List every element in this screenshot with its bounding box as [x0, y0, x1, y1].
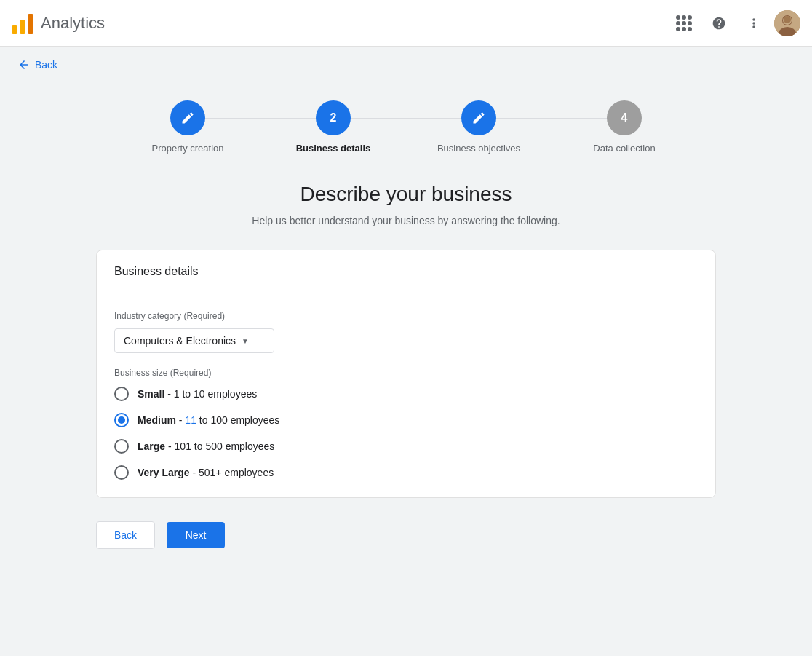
industry-category-field: Industry category (Required) Computers &…: [114, 311, 698, 353]
app-header: Analytics: [0, 0, 812, 47]
radio-very-large-name: Very Large: [138, 467, 190, 478]
radio-medium[interactable]: Medium - 11 to 100 employees: [114, 413, 698, 427]
avatar-svg: [774, 10, 800, 36]
page-heading: Describe your business Help us better un…: [96, 183, 716, 226]
radio-medium-blue: 11: [185, 414, 196, 426]
next-button[interactable]: Next: [167, 522, 225, 548]
industry-dropdown[interactable]: Computers & Electronics ▼: [114, 328, 274, 353]
business-size-field: Business size (Required) Small - 1 to 10…: [114, 368, 698, 480]
radio-very-large-outer: [114, 465, 129, 480]
step-3-pencil-icon: [471, 111, 486, 125]
step-1-circle: [170, 100, 205, 135]
help-icon: [712, 16, 726, 31]
header-left: Analytics: [12, 12, 105, 34]
footer-buttons: Back Next: [96, 521, 716, 549]
avatar-image: [774, 10, 800, 36]
page-title: Describe your business: [96, 183, 716, 206]
radio-medium-outer: [114, 413, 129, 427]
main-content: Property creation 2 Business details Bus…: [79, 83, 733, 578]
step-3-label: Business objectives: [437, 143, 520, 154]
user-avatar[interactable]: [774, 10, 800, 36]
card-title: Business details: [114, 265, 698, 278]
radio-small-outer: [114, 387, 129, 401]
card-header: Business details: [97, 250, 715, 293]
step-4-number: 4: [621, 111, 628, 125]
radio-medium-desc2: to 100 employees: [196, 414, 279, 426]
step-1-label: Property creation: [152, 143, 224, 154]
radio-large-desc: - 101 to 500 employees: [165, 440, 274, 452]
step-4: 4 Data collection: [552, 100, 697, 154]
radio-small[interactable]: Small - 1 to 10 employees: [114, 387, 698, 401]
radio-large-label: Large - 101 to 500 employees: [138, 440, 274, 452]
step-1: Property creation: [115, 100, 260, 154]
analytics-logo: [12, 12, 33, 34]
card-body: Industry category (Required) Computers &…: [97, 293, 715, 497]
logo-bar-2: [20, 20, 25, 34]
back-arrow-icon: [17, 58, 31, 71]
help-button[interactable]: [704, 9, 733, 38]
more-vert-icon: [747, 16, 761, 31]
business-details-card: Business details Industry category (Requ…: [96, 250, 716, 498]
app-title: Analytics: [41, 14, 105, 33]
step-2-number: 2: [330, 111, 337, 125]
business-size-radio-group: Small - 1 to 10 employees Medium - 11 to…: [114, 387, 698, 480]
radio-large-outer: [114, 439, 129, 454]
apps-button[interactable]: [669, 9, 698, 38]
svg-point-4: [784, 16, 791, 23]
step-2: 2 Business details: [260, 100, 406, 154]
back-link[interactable]: Back: [0, 47, 75, 83]
industry-label: Industry category (Required): [114, 311, 698, 321]
more-options-button[interactable]: [739, 9, 768, 38]
radio-large[interactable]: Large - 101 to 500 employees: [114, 439, 698, 454]
radio-medium-desc1: -: [176, 414, 185, 426]
logo-bar-3: [28, 14, 33, 34]
step-4-circle: 4: [607, 100, 642, 135]
radio-large-name: Large: [138, 440, 165, 452]
page-subheading: Help us better understand your business …: [96, 215, 716, 226]
dropdown-arrow-icon: ▼: [242, 337, 249, 345]
step-3: Business objectives: [406, 100, 552, 154]
industry-value: Computers & Electronics: [124, 335, 236, 347]
step-2-circle: 2: [316, 100, 351, 135]
step-4-label: Data collection: [593, 143, 655, 154]
radio-very-large[interactable]: Very Large - 501+ employees: [114, 465, 698, 480]
business-size-label: Business size (Required): [114, 368, 698, 378]
radio-very-large-label: Very Large - 501+ employees: [138, 467, 274, 478]
radio-medium-inner: [118, 416, 125, 424]
step-1-pencil-icon: [180, 111, 195, 125]
radio-small-desc: - 1 to 10 employees: [164, 388, 257, 400]
stepper: Property creation 2 Business details Bus…: [96, 83, 716, 183]
radio-medium-label: Medium - 11 to 100 employees: [138, 414, 279, 426]
logo-bar-1: [12, 25, 17, 34]
step-3-circle: [461, 100, 496, 135]
header-right: [669, 9, 800, 38]
back-link-label: Back: [35, 59, 57, 71]
radio-medium-name: Medium: [138, 414, 176, 426]
step-2-label: Business details: [296, 143, 371, 154]
back-button[interactable]: Back: [96, 521, 155, 549]
radio-very-large-desc: - 501+ employees: [190, 467, 274, 478]
radio-small-name: Small: [138, 388, 164, 400]
radio-small-label: Small - 1 to 10 employees: [138, 388, 257, 400]
apps-grid-icon: [676, 15, 692, 31]
